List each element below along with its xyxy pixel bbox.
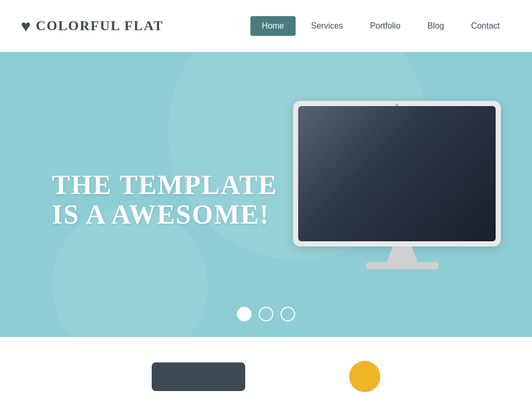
- bottom-section: [0, 337, 532, 416]
- feature-item-1: [152, 362, 245, 391]
- nav-item-contact[interactable]: Contact: [460, 16, 511, 36]
- hero-title: THE TEMPLATE IS A AWESOME!: [52, 170, 277, 229]
- slider-dots: [237, 307, 295, 321]
- nav-item-services[interactable]: Services: [300, 16, 354, 36]
- slider-dot-1[interactable]: [237, 307, 251, 321]
- header: ♥ COLORFUL FLAT Home Services Portfolio …: [0, 0, 532, 52]
- feature-item-2: [349, 361, 380, 392]
- dark-rect-icon: [152, 362, 245, 391]
- main-nav: Home Services Portfolio Blog Contact: [250, 16, 511, 36]
- imac-screen: [298, 106, 496, 241]
- imac-stand: [387, 246, 418, 262]
- heart-icon: ♥: [21, 18, 31, 34]
- hero-section: THE TEMPLATE IS A AWESOME!: [0, 52, 532, 337]
- imac-monitor: [293, 101, 501, 246]
- hero-title-line2: IS A AWESOME!: [52, 200, 270, 229]
- slider-dot-2[interactable]: [259, 307, 273, 321]
- nav-item-home[interactable]: Home: [250, 16, 296, 36]
- logo[interactable]: ♥ COLORFUL FLAT: [21, 18, 164, 34]
- hero-content: THE TEMPLATE IS A AWESOME!: [0, 160, 277, 229]
- hero-title-line1: THE TEMPLATE: [52, 170, 277, 200]
- nav-item-portfolio[interactable]: Portfolio: [358, 16, 412, 36]
- imac-illustration: [293, 101, 511, 288]
- logo-text: COLORFUL FLAT: [36, 18, 164, 34]
- nav-item-blog[interactable]: Blog: [416, 16, 456, 36]
- slider-dot-3[interactable]: [281, 307, 295, 321]
- imac-base: [366, 262, 438, 269]
- yellow-circle-icon: [349, 361, 380, 392]
